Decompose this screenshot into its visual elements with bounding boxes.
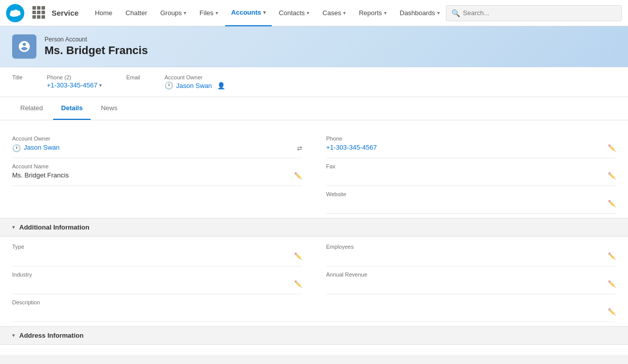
annual-revenue-edit-icon[interactable]: ✏️ <box>608 280 616 288</box>
qi-email: Email <box>126 74 140 81</box>
phone-label: Phone <box>326 135 616 142</box>
account-name-field: Account Name Ms. Bridget Francis ✏️ <box>12 158 302 186</box>
chevron-down-icon: ▾ <box>216 10 218 16</box>
employees-value <box>326 252 616 261</box>
page-header: Person Account Ms. Bridget Francis <box>0 26 628 67</box>
search-bar[interactable]: 🔍 <box>446 5 622 21</box>
record-name: Ms. Bridget Francis <box>45 44 148 57</box>
main-navigation: Home Chatter Groups ▾ Files ▾ Accounts ▾… <box>89 0 445 26</box>
chevron-down-icon: ▾ <box>437 10 440 16</box>
search-input[interactable] <box>463 9 616 17</box>
nav-dashboards[interactable]: Dashboards ▾ <box>394 0 446 26</box>
fax-edit-icon[interactable]: ✏️ <box>608 172 616 179</box>
account-owner-value-link[interactable]: Jason Swan <box>24 144 60 153</box>
annual-revenue-value <box>326 280 616 289</box>
qi-phone: Phone (2) +1-303-345-4567 ▾ <box>47 74 102 89</box>
app-name: Service <box>52 9 78 17</box>
type-edit-icon[interactable]: ✏️ <box>294 252 302 260</box>
owner-label: Account Owner <box>164 74 225 80</box>
email-label: Email <box>126 74 140 80</box>
owner-cell-icon: 🕐 <box>12 144 21 152</box>
additional-info-section-header[interactable]: ▾ Additional Information <box>0 218 628 237</box>
change-owner-icon[interactable]: ⇄ <box>297 145 302 152</box>
owner-link[interactable]: Jason Swan <box>176 82 212 89</box>
address-info-title: Address Information <box>19 332 83 339</box>
account-owner-cell: 🕐 Jason Swan ⇄ <box>12 144 302 153</box>
description-label: Description <box>12 299 616 305</box>
fax-field: Fax ✏️ <box>326 158 616 186</box>
qi-owner: Account Owner 🕐 Jason Swan 👤 <box>164 74 225 89</box>
description-field: Description ✏️ <box>12 294 616 322</box>
owner-row: 🕐 Jason Swan 👤 <box>164 81 225 89</box>
additional-info-title: Additional Information <box>19 223 90 231</box>
account-owner-field: Account Owner 🕐 Jason Swan ⇄ <box>12 130 302 158</box>
employees-label: Employees <box>326 244 616 250</box>
additional-fields-grid: Type ✏️ Employees ✏️ Industry ✏️ Annual … <box>12 239 616 326</box>
detail-content: Account Owner 🕐 Jason Swan ⇄ Phone +1-30… <box>0 120 628 355</box>
address-info-section-header[interactable]: ▾ Address Information <box>0 326 628 345</box>
tab-news[interactable]: News <box>93 97 125 120</box>
description-edit-icon[interactable]: ✏️ <box>608 308 616 315</box>
phone-edit-icon[interactable]: ✏️ <box>608 144 616 152</box>
website-edit-icon[interactable]: ✏️ <box>608 200 616 207</box>
nav-contacts[interactable]: Contacts ▾ <box>273 0 315 26</box>
tab-related[interactable]: Related <box>12 97 51 120</box>
quick-info-bar: Title Phone (2) +1-303-345-4567 ▾ Email … <box>0 67 628 97</box>
type-label: Type <box>12 244 302 250</box>
chevron-down-icon: ▾ <box>307 10 309 16</box>
description-value <box>12 307 616 316</box>
industry-field: Industry ✏️ <box>12 266 302 294</box>
qi-title: Title <box>12 74 22 81</box>
nav-reports[interactable]: Reports ▾ <box>353 0 393 26</box>
type-field: Type ✏️ <box>12 239 302 266</box>
phone-link[interactable]: +1-303-345-4567 <box>47 81 97 89</box>
phone-value: +1-303-345-4567 <box>326 144 616 153</box>
owner-change-icon[interactable]: 👤 <box>217 82 225 89</box>
salesforce-logo <box>6 4 24 22</box>
account-avatar <box>12 34 36 59</box>
tabs-bar: Related Details News <box>0 97 628 120</box>
employees-field: Employees ✏️ <box>326 239 616 266</box>
account-name-value: Ms. Bridget Francis <box>12 171 302 180</box>
main-fields-grid: Account Owner 🕐 Jason Swan ⇄ Phone +1-30… <box>12 130 616 218</box>
account-owner-label: Account Owner <box>12 135 302 142</box>
fax-label: Fax <box>326 163 616 169</box>
website-label: Website <box>326 191 616 197</box>
search-icon: 🔍 <box>451 9 460 17</box>
chevron-down-icon: ▾ <box>343 10 346 16</box>
website-field: Website ✏️ <box>326 186 616 214</box>
chevron-down-icon: ▾ <box>184 10 186 16</box>
nav-groups[interactable]: Groups ▾ <box>154 0 193 26</box>
phone-field: Phone +1-303-345-4567 ✏️ <box>326 130 616 158</box>
phone-label: Phone (2) <box>47 74 102 80</box>
section-chevron-icon: ▾ <box>12 224 15 231</box>
industry-value <box>12 280 302 289</box>
account-name-label: Account Name <box>12 163 302 169</box>
type-value <box>12 252 302 261</box>
nav-cases[interactable]: Cases ▾ <box>316 0 352 26</box>
top-navigation: Service Home Chatter Groups ▾ Files ▾ Ac… <box>0 0 628 26</box>
phone-value: +1-303-345-4567 <box>47 81 97 89</box>
phone-chevron-icon[interactable]: ▾ <box>99 82 102 88</box>
phone-value-link[interactable]: +1-303-345-4567 <box>326 144 377 151</box>
nav-files[interactable]: Files ▾ <box>193 0 224 26</box>
website-value <box>326 199 616 208</box>
record-type: Person Account <box>45 36 148 43</box>
chevron-down-icon: ▾ <box>384 10 387 16</box>
account-name-edit-icon[interactable]: ✏️ <box>294 172 302 179</box>
owner-avatar-icon: 🕐 <box>164 81 173 89</box>
fax-value <box>326 171 616 180</box>
nav-home[interactable]: Home <box>89 0 118 26</box>
tab-details[interactable]: Details <box>53 97 91 120</box>
industry-label: Industry <box>12 271 302 278</box>
empty-left <box>12 186 302 214</box>
annual-revenue-field: Annual Revenue ✏️ <box>326 266 616 294</box>
nav-chatter[interactable]: Chatter <box>119 0 153 26</box>
header-text: Person Account Ms. Bridget Francis <box>45 36 148 57</box>
nav-accounts[interactable]: Accounts ▾ <box>225 0 272 26</box>
app-launcher-icon[interactable] <box>32 6 47 20</box>
industry-edit-icon[interactable]: ✏️ <box>294 280 302 288</box>
title-label: Title <box>12 74 22 80</box>
annual-revenue-label: Annual Revenue <box>326 271 616 278</box>
employees-edit-icon[interactable]: ✏️ <box>608 252 616 260</box>
